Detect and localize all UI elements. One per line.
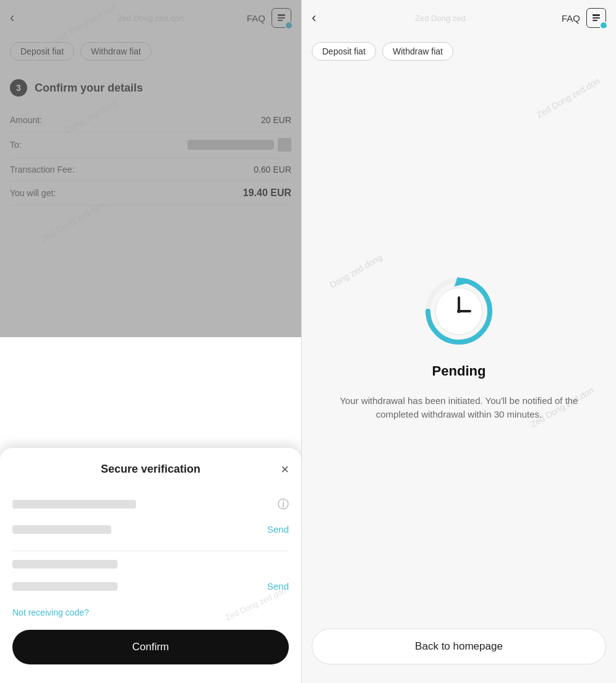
watermark: Zed Dong zed.don [40, 199, 106, 243]
section-divider [12, 551, 289, 551]
watermark: Dong zed.dong [63, 97, 119, 135]
right-watermark-area: Zed Dong zed. [321, 14, 562, 23]
verif-row-1a: ⓘ [12, 491, 289, 518]
verif-row-1b: Send [12, 518, 289, 541]
verif-input-1a [12, 500, 136, 509]
right-tabs: Deposit fiat Withdraw fiat [302, 36, 616, 67]
pending-title: Pending [432, 363, 486, 379]
not-receiving-link[interactable]: Not receiving code? [12, 608, 289, 617]
close-button[interactable]: × [281, 463, 289, 476]
verif-input-2b [12, 582, 118, 591]
svg-rect-5 [592, 20, 597, 21]
right-history-icon[interactable] [586, 8, 606, 28]
right-tab-withdraw[interactable]: Withdraw fiat [382, 42, 453, 61]
left-overlay: Zed Dong zed.don Dong zed.dong Zed Dong … [0, 0, 301, 337]
right-panel: Zed Dong zed.don Dong zed.dong Zed Dong … [302, 0, 616, 683]
watermark: Zed Dong zed.don [52, 1, 119, 45]
verif-input-1b [12, 525, 111, 534]
right-header: ‹ Zed Dong zed. FAQ [302, 0, 616, 36]
pending-clock-icon [422, 274, 496, 348]
svg-rect-3 [592, 14, 600, 16]
verif-input-2a [12, 560, 118, 569]
pending-content: Pending Your withdrawal has been initiat… [302, 67, 616, 629]
right-faq-label[interactable]: FAQ [562, 13, 580, 24]
send-button-1[interactable]: Send [267, 524, 289, 535]
verification-section-2: Send [12, 554, 289, 598]
modal-header: Secure verification × [12, 463, 289, 476]
right-back-button[interactable]: ‹ [312, 7, 321, 28]
secure-verification-modal: Secure verification × ⓘ Send Send [0, 448, 301, 683]
send-button-2[interactable]: Send [267, 581, 289, 591]
verif-row-2b: Send [12, 575, 289, 598]
right-watermark: Zed Dong zed. [415, 14, 468, 23]
back-homepage-button[interactable]: Back to homepage [312, 629, 606, 664]
svg-rect-4 [592, 17, 600, 19]
right-header-right: FAQ [562, 8, 606, 28]
pending-description: Your withdrawal has been initiated. You'… [320, 394, 597, 422]
help-icon[interactable]: ⓘ [278, 497, 289, 512]
svg-point-11 [457, 309, 461, 313]
left-panel: Zed Dong zed.don Dong zed.dong Zed Dong … [0, 0, 302, 683]
right-tab-deposit[interactable]: Deposit fiat [312, 42, 376, 61]
modal-title: Secure verification [101, 463, 200, 476]
verification-section-1: ⓘ Send [12, 491, 289, 541]
confirm-button[interactable]: Confirm [12, 630, 289, 664]
verif-row-2a [12, 554, 289, 575]
